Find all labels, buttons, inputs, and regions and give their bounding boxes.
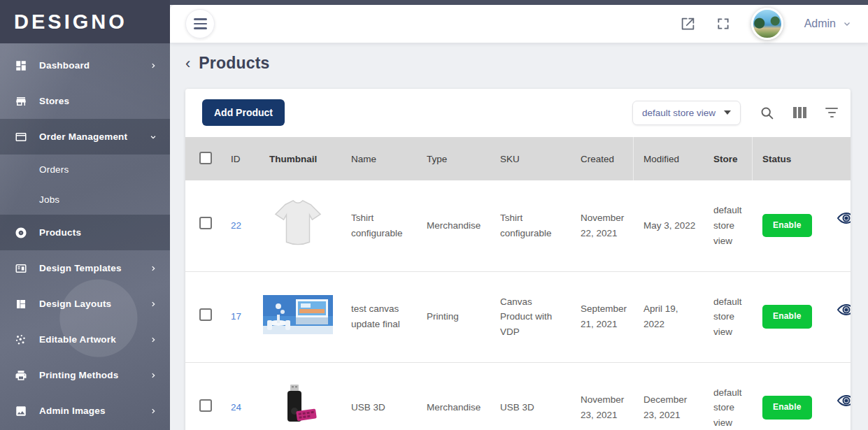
- sidebar-item-label: Editable Artwork: [39, 334, 149, 345]
- status-badge: Enable: [762, 396, 812, 419]
- sidebar-item-products[interactable]: Products: [0, 215, 170, 250]
- product-type: Merchandise: [416, 180, 490, 271]
- sidebar-item-orders[interactable]: Orders: [0, 155, 170, 185]
- sidebar-item-label: Printing Methods: [39, 370, 149, 380]
- column-header-created[interactable]: Created: [570, 137, 633, 180]
- product-store: default store view: [703, 180, 752, 271]
- table-header-row: ID Thumbnail Name Type SKU Created Modif…: [185, 137, 851, 180]
- sidebar-item-label: Products: [39, 227, 157, 238]
- sidebar-item-label: Admin Images: [39, 406, 149, 416]
- product-name: test canvas update final: [341, 271, 416, 362]
- topbar: Admin: [170, 5, 868, 43]
- status-badge: Enable: [762, 305, 812, 328]
- column-header-thumbnail[interactable]: Thumbnail: [259, 137, 341, 180]
- table-row: 22 Tshirt configurable Merchandise Tshir…: [185, 180, 851, 271]
- add-product-button[interactable]: Add Product: [202, 99, 285, 126]
- sidebar-item-label: Orders: [39, 164, 157, 175]
- sidebar-item-printing-methods[interactable]: Printing Methods: [0, 357, 170, 393]
- product-store: default store view: [703, 271, 752, 362]
- sidebar-item-admin-images[interactable]: Admin Images: [0, 393, 170, 429]
- sidebar-item-stores[interactable]: Stores: [0, 83, 170, 119]
- products-grid-card: Add Product default store view: [185, 89, 851, 430]
- sidebar-item-editable-artwork[interactable]: Editable Artwork: [0, 322, 170, 357]
- column-header-action: [832, 137, 851, 180]
- top-strip: [170, 0, 868, 5]
- column-header-name[interactable]: Name: [341, 137, 416, 180]
- page-title: Products: [199, 54, 269, 73]
- column-header-id[interactable]: ID: [220, 137, 259, 180]
- preview-eye-icon[interactable]: [837, 310, 851, 320]
- fullscreen-icon[interactable]: [716, 17, 730, 31]
- image-icon: [14, 404, 28, 418]
- filter-icon[interactable]: [825, 108, 838, 117]
- back-button[interactable]: ‹: [185, 56, 190, 71]
- columns-icon[interactable]: [793, 107, 806, 118]
- select-all-checkbox[interactable]: [199, 152, 212, 164]
- preview-eye-icon[interactable]: [837, 401, 851, 411]
- column-header-sku[interactable]: SKU: [490, 137, 570, 180]
- external-link-icon[interactable]: [681, 17, 695, 31]
- product-store: default store view: [703, 362, 752, 430]
- product-sku: Tshirt configurable: [490, 180, 570, 271]
- product-id-link[interactable]: 22: [231, 220, 241, 231]
- product-thumbnail-tshirt: [259, 180, 341, 271]
- sidebar-item-design-templates[interactable]: Design Templates: [0, 250, 170, 286]
- table-row: 24: [185, 362, 851, 430]
- sidebar-nav: Dashboard Stores Order Management Orders: [0, 43, 170, 429]
- page-header: ‹ Products: [170, 43, 868, 73]
- dashboard-icon: [14, 59, 28, 73]
- printer-icon: [14, 368, 28, 382]
- preview-eye-icon[interactable]: [837, 218, 851, 229]
- product-id-link[interactable]: 24: [231, 402, 241, 413]
- status-badge: Enable: [762, 214, 812, 237]
- product-type: Printing: [416, 271, 490, 362]
- chevron-right-icon: [149, 265, 157, 272]
- caret-down-icon: [724, 110, 731, 115]
- store-view-select[interactable]: default store view: [632, 101, 741, 125]
- grid-toolbar: Add Product default store view: [185, 89, 851, 137]
- user-name: Admin: [804, 17, 836, 30]
- row-checkbox[interactable]: [199, 217, 212, 229]
- product-type: Merchandise: [416, 362, 490, 430]
- sidebar-item-label: Stores: [39, 96, 157, 106]
- product-sku: USB 3D: [490, 362, 570, 430]
- chevron-right-icon: [149, 301, 157, 308]
- chevron-down-icon: [149, 134, 157, 141]
- column-header-status[interactable]: Status: [752, 137, 832, 180]
- store-icon: [14, 94, 28, 108]
- product-created: November 22, 2021: [570, 180, 633, 271]
- user-menu[interactable]: Admin: [804, 17, 851, 30]
- product-id-link[interactable]: 17: [231, 311, 241, 322]
- sidebar: DESIGNO Dashboard Stores Order Managemen…: [0, 0, 170, 430]
- product-thumbnail-usb-drive: [259, 362, 341, 430]
- store-view-value: default store view: [642, 108, 716, 118]
- table-row: 17: [185, 271, 851, 362]
- menu-icon[interactable]: [185, 9, 215, 38]
- column-header-modified[interactable]: Modified: [633, 137, 703, 180]
- logo-bar: DESIGNO: [0, 0, 170, 43]
- row-checkbox[interactable]: [199, 308, 212, 321]
- sidebar-item-label: Jobs: [39, 194, 157, 205]
- main-area: Admin ‹ Products Add Product default sto…: [170, 0, 868, 430]
- chevron-right-icon: [149, 408, 157, 415]
- column-header-type[interactable]: Type: [416, 137, 490, 180]
- sidebar-item-dashboard[interactable]: Dashboard: [0, 48, 170, 83]
- column-header-store[interactable]: Store: [703, 137, 752, 180]
- products-table: ID Thumbnail Name Type SKU Created Modif…: [185, 137, 851, 430]
- product-sku: Canvas Product with VDP: [490, 271, 570, 362]
- brand-logo: DESIGNO: [14, 10, 127, 34]
- avatar[interactable]: [751, 8, 783, 40]
- product-modified: December 23, 2021: [633, 362, 703, 430]
- template-icon: [14, 261, 28, 275]
- chevron-down-icon: [843, 20, 851, 28]
- sidebar-item-design-layouts[interactable]: Design Layouts: [0, 286, 170, 322]
- sidebar-item-label: Dashboard: [39, 60, 149, 71]
- sidebar-item-order-management[interactable]: Order Management: [0, 119, 170, 155]
- search-icon[interactable]: [760, 106, 774, 120]
- sidebar-item-label: Order Management: [39, 131, 149, 142]
- product-thumbnail-canvas-room: [259, 271, 341, 362]
- artwork-icon: [14, 333, 28, 347]
- product-name: USB 3D: [341, 362, 416, 430]
- sidebar-item-jobs[interactable]: Jobs: [0, 185, 170, 215]
- row-checkbox[interactable]: [199, 399, 212, 412]
